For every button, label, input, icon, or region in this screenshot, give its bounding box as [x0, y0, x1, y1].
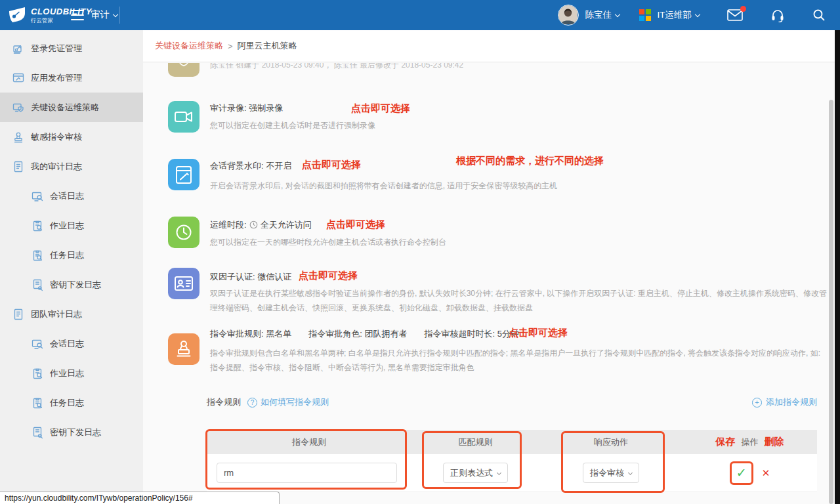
approval-settings[interactable]: 指令审批规则: 黑名单指令审批角色: 团队拥有者指令审核超时时长: 5分钟	[210, 328, 536, 340]
sidebar-item-device-ops-policy[interactable]: 关键设备运维策略	[0, 93, 143, 122]
device-policy-icon	[12, 101, 25, 114]
sidebar-item-my-key-log[interactable]: 密钥下发日志	[0, 270, 143, 299]
audit-log-icon	[12, 160, 25, 173]
confirm-button[interactable]: ✓	[736, 467, 747, 479]
delete-button[interactable]: ✕	[762, 468, 770, 478]
status-url-bubble: https://yun.cloudbility.com/ITywb/operat…	[0, 492, 280, 504]
team-menu[interactable]: IT运维部	[658, 9, 700, 21]
add-rule-button[interactable]: + 添加指令规则	[752, 396, 817, 408]
scrollbar-thumb[interactable]	[829, 100, 833, 504]
clock-icon	[168, 217, 200, 248]
app-window: CLOUDBILITY 行云管家 审计 陈宝佳 IT运维部	[0, 0, 840, 504]
key-dispatch-log-icon	[31, 426, 44, 439]
annotation-box-response-column	[561, 431, 665, 493]
annotation-click-to-select: 点击即可选择	[351, 102, 410, 115]
nav-divider	[119, 7, 120, 24]
rules-header-row: 指令规则 ? 如何填写指令规则 + 添加指令规则	[207, 396, 817, 408]
approval-stamp-icon	[168, 333, 200, 365]
user-menu[interactable]: 陈宝佳	[585, 9, 620, 21]
help-icon[interactable]: ?	[247, 398, 257, 408]
sidebar-item-team-session-log[interactable]: 会话日志	[0, 329, 143, 358]
sidebar-item-my-audit-log[interactable]: 我的审计日志	[0, 152, 143, 181]
sidebar-item-team-audit-log[interactable]: 团队审计日志	[0, 299, 143, 329]
policy-meta-icon	[168, 63, 200, 77]
main-content: 陈宝佳 创建于 2018-05-23 09:40， 陈宝佳 最后修改于 2018…	[143, 63, 835, 504]
sidebar-item-sensitive-command-review[interactable]: 敏感指令审核	[0, 122, 143, 152]
app-publish-icon	[12, 72, 25, 85]
two-factor-desc: 双因子认证是在执行某些敏感指令时验证当前操作者的身份, 默认失效时长30分钟; …	[210, 286, 830, 315]
stamp-icon	[12, 131, 25, 144]
key-dispatch-log-icon	[31, 278, 44, 291]
rules-label: 指令规则	[207, 396, 241, 408]
session-log-icon	[31, 337, 44, 350]
headset-icon	[770, 9, 785, 22]
annotation-choose-per-need: 根据不同的需求，进行不同的选择	[456, 155, 604, 167]
top-navbar: CLOUDBILITY 行云管家 审计 陈宝佳 IT运维部	[0, 0, 840, 30]
nav-right-cluster: 陈宝佳 IT运维部	[558, 0, 826, 30]
annotation-save-label: 保存	[716, 436, 736, 448]
id-card-icon	[168, 268, 200, 299]
job-log-icon	[31, 219, 44, 232]
video-camera-icon	[168, 101, 200, 133]
breadcrumb-separator: >	[228, 41, 233, 51]
cloudbility-logo-icon	[8, 6, 26, 24]
two-factor-setting[interactable]: 双因子认证: 微信认证	[210, 271, 291, 283]
chevron-down-icon	[695, 12, 700, 17]
header-actions: 保存 操作 删除	[682, 430, 817, 454]
support-button[interactable]	[770, 9, 785, 22]
audit-recording-desc: 您可以指定在创建主机会话时是否进行强制录像	[210, 118, 830, 133]
how-to-fill-rules-link[interactable]: 如何填写指令规则	[261, 396, 329, 408]
sidebar-item-app-publish-mgmt[interactable]: 应用发布管理	[0, 63, 143, 93]
chevron-down-icon	[113, 12, 118, 17]
sidebar-item-my-task-log[interactable]: 任务日志	[0, 240, 143, 270]
annotation-delete-label: 删除	[765, 436, 784, 448]
small-clock-icon	[249, 220, 258, 229]
watermark-setting[interactable]: 会话背景水印: 不开启	[210, 160, 291, 172]
sidebar-item-team-task-log[interactable]: 任务日志	[0, 388, 143, 417]
watermark-icon	[168, 159, 200, 190]
avatar[interactable]	[558, 5, 579, 26]
plus-circle-icon: +	[752, 398, 762, 408]
annotation-click-to-select: 点击即可选择	[302, 159, 361, 171]
credential-key-icon	[12, 42, 25, 55]
breadcrumb: 关键设备运维策略 > 阿里云主机策略	[143, 30, 835, 62]
search-button[interactable]	[812, 9, 826, 22]
team-grid-icon[interactable]	[639, 9, 651, 21]
unread-badge	[740, 6, 746, 12]
annotation-click-to-select: 点击即可选择	[509, 327, 568, 339]
sidebar-item-my-session-log[interactable]: 会话日志	[0, 181, 143, 211]
annotation-box-match-column	[422, 431, 522, 489]
search-icon	[812, 9, 826, 22]
task-log-icon	[31, 396, 44, 410]
annotation-click-to-select: 点击即可选择	[326, 219, 385, 231]
hamburger-menu-icon[interactable]	[71, 10, 84, 20]
breadcrumb-parent-link[interactable]: 关键设备运维策略	[155, 40, 223, 52]
sidebar-item-team-key-log[interactable]: 密钥下发日志	[0, 417, 143, 447]
annotation-box-rule-column	[205, 429, 407, 490]
chevron-down-icon	[615, 12, 620, 17]
job-log-icon	[31, 367, 44, 380]
annotation-click-to-select: 点击即可选择	[299, 270, 358, 282]
sidebar-item-my-job-log[interactable]: 作业日志	[0, 211, 143, 240]
breadcrumb-current: 阿里云主机策略	[238, 40, 297, 52]
window-edge	[835, 30, 840, 504]
task-log-icon	[31, 249, 44, 262]
messages-button[interactable]	[727, 9, 743, 21]
audit-log-icon	[12, 308, 25, 321]
header-actions-label: 操作	[742, 436, 759, 448]
ops-time-desc: 您可以指定在一天的哪些时段允许创建主机会话或者执行命令控制台	[210, 235, 830, 249]
watermark-desc: 开启会话背景水印后, 对会话的截图和拍照将带有会话创建者的信息, 适用于安全保密…	[210, 178, 830, 193]
approval-desc: 指令审批规则包含白名单和黑名单两种; 白名单是指只允许执行指令规则中匹配的指令;…	[210, 346, 830, 375]
audit-recording-setting[interactable]: 审计录像: 强制录像	[210, 102, 283, 114]
sidebar-item-login-credential-mgmt[interactable]: 登录凭证管理	[0, 33, 143, 63]
meta-text: 陈宝佳 创建于 2018-05-23 09:40， 陈宝佳 最后修改于 2018…	[210, 63, 463, 71]
sidebar: 登录凭证管理 应用发布管理 关键设备运维策略 敏感指令审核 我的审计日志 会话日…	[0, 30, 143, 504]
session-log-icon	[31, 190, 44, 203]
ops-time-setting[interactable]: 运维时段:全天允许访问	[210, 219, 312, 231]
sidebar-item-team-job-log[interactable]: 作业日志	[0, 358, 143, 388]
annotation-box-confirm: ✓	[730, 461, 753, 485]
nav-menu-audit[interactable]: 审计	[91, 9, 117, 21]
